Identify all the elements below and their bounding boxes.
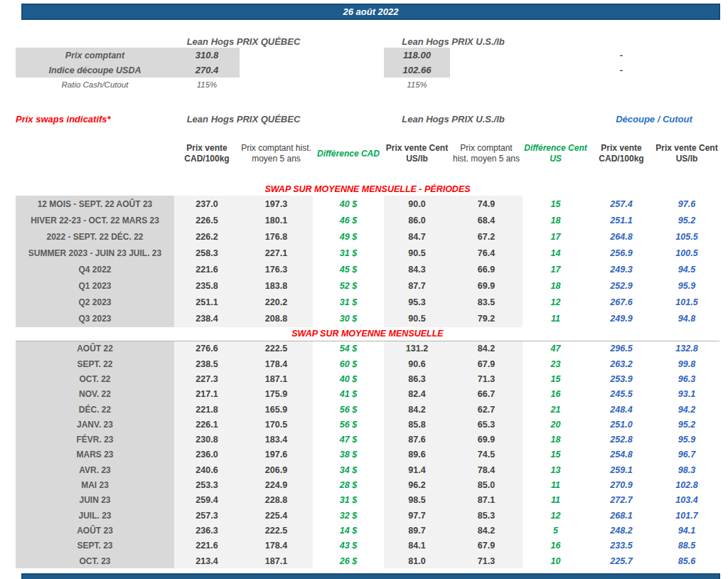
cell-diff-cad: 14 $ [313,523,384,538]
cell-diff-us: 14 [523,245,589,261]
cell-prix-vente-cad: 235.8 [174,277,240,294]
cell-cutout-cad: 251.1 [589,212,654,228]
cell-cutout-cad: 296.5 [589,341,654,356]
cell-prix-vente-cad: 236.3 [174,523,240,538]
cell-hist-us: 79.2 [450,311,523,327]
cell-hist-us: 71.3 [450,553,523,568]
cell-prix-vente-cad: 238.4 [174,311,240,327]
cell-prix-vente-us: 86.0 [384,212,450,228]
cell-cutout-us: 95.9 [654,277,719,294]
section-rows: AOÛT 22276.6222.554 $131.284.247296.5132… [16,341,719,568]
cell-cutout-us: 85.6 [654,553,719,568]
swaps-us-header: Lean Hogs PRIX U.S./lb [384,112,523,125]
cell-prix-vente-us: 97.7 [384,508,450,523]
cell-diff-us: 15 [523,447,589,462]
row-label: NOV. 22 [16,387,174,402]
cell-diff-us: 47 [523,341,589,356]
cell-hist-us: 71.3 [450,371,523,386]
cell-cutout-us: 93.1 [654,387,719,402]
cell-diff-us: 15 [523,371,589,386]
cell-hist-cad: 220.2 [240,294,313,311]
cell-hist-cad: 176.8 [240,228,313,245]
cell-prix-vente-us: 98.5 [384,493,450,508]
cell-cutout-cad: 254.8 [589,447,654,462]
cell-cutout-cad: 263.2 [589,356,654,371]
cell-prix-vente-us: 90.5 [384,245,450,261]
colhead-hist-cad: Prix comptant hist. moyen 5 ans [240,131,313,176]
ratio-us-value: 115% [384,78,450,91]
cell-diff-cad: 56 $ [313,417,384,432]
cell-diff-us: 18 [523,432,589,447]
row-label: FÉVR. 23 [16,432,174,447]
cell-hist-cad: 224.9 [240,477,313,492]
cell-cutout-cad: 245.5 [589,387,654,402]
cell-diff-us: 12 [523,508,589,523]
cell-hist-cad: 197.6 [240,447,313,462]
cell-cutout-cad: 252.9 [589,277,654,294]
row-label: SUMMER 2023 - JUIN 23 JUIL. 23 [16,245,174,261]
cell-prix-vente-us: 84.7 [384,228,450,245]
cell-cutout-us: 96.3 [654,371,719,386]
cell-diff-cad: 56 $ [313,402,384,417]
row-label: AOÛT 23 [16,523,174,538]
cell-cutout-us: 94.5 [654,261,719,277]
row-label: JUIN 23 [16,493,174,508]
row-label: Q1 2023 [16,277,174,294]
swap-section: SWAP SUR MOYENNE MENSUELLEAOÛT 22276.622… [0,327,728,568]
cell-diff-cad: 54 $ [313,341,384,356]
cell-diff-us: 13 [523,462,589,477]
cell-diff-cad: 38 $ [313,447,384,462]
cell-prix-vente-cad: 221.6 [174,261,240,277]
cell-prix-vente-cad: 258.3 [174,245,240,261]
cell-diff-cad: 41 $ [313,387,384,402]
cell-prix-vente-us: 84.2 [384,402,450,417]
cell-hist-us: 67.9 [450,356,523,371]
cell-hist-cad: 180.1 [240,212,313,228]
spot-quebec-value: 310.8 [174,48,240,63]
cell-diff-cad: 32 $ [313,508,384,523]
cell-prix-vente-us: 86.3 [384,371,450,386]
cell-cutout-us: 100.5 [654,245,719,261]
row-label: DÉC. 22 [16,402,174,417]
cell-diff-cad: 47 $ [313,432,384,447]
cell-diff-us: 21 [523,402,589,417]
row-label: 2022 - SEPT. 22 DÉC. 22 [16,228,174,245]
cell-hist-cad: 228.8 [240,493,313,508]
ratio-label: Ratio Cash/Cutout [16,78,174,91]
cell-hist-us: 84.2 [450,523,523,538]
cell-diff-cad: 49 $ [313,228,384,245]
cell-prix-vente-cad: 251.1 [174,294,240,311]
row-label: HIVER 22-23 - OCT. 22 MARS 23 [16,212,174,228]
cell-prix-vente-cad: 226.1 [174,417,240,432]
cell-cutout-us: 95.2 [654,212,719,228]
spot-row-label: Indice découpe USDA [16,63,174,78]
section-title: SWAP SUR MOYENNE MENSUELLE [16,327,719,341]
cell-hist-us: 85.0 [450,477,523,492]
cell-diff-us: 16 [523,387,589,402]
spot-price-section: Lean Hogs PRIX QUÉBEC Lean Hogs PRIX U.S… [16,35,719,91]
cell-hist-cad: 178.4 [240,538,313,553]
cell-prix-vente-cad: 217.1 [174,387,240,402]
cell-prix-vente-us: 95.3 [384,294,450,311]
cell-hist-us: 62.7 [450,402,523,417]
section-rows: 12 MOIS - SEPT. 22 AOÛT 23237.0197.340 $… [16,196,719,327]
swap-sections: SWAP SUR MOYENNE MENSUELLE - PÉRIODES12 … [0,182,728,568]
swaps-title: Prix swaps indicatifs* [16,112,174,125]
cell-hist-us: 76.4 [450,245,523,261]
colhead-difference-cad: Différence CAD [313,131,384,176]
cell-hist-us: 87.1 [450,493,523,508]
cell-prix-vente-cad: 276.6 [174,341,240,356]
row-label: Q3 2023 [16,311,174,327]
cell-diff-cad: 52 $ [313,277,384,294]
cell-hist-us: 67.2 [450,228,523,245]
cell-diff-us: 18 [523,212,589,228]
cell-cutout-cad: 225.7 [589,553,654,568]
swaps-cutout-header: Découpe / Cutout [589,112,719,125]
colhead-prix-vente-cad: Prix vente CAD/100kg [174,131,240,176]
spot-quebec-value: 270.4 [174,63,240,78]
cell-cutout-cad: 264.8 [589,228,654,245]
cell-hist-cad: 170.5 [240,417,313,432]
cell-cutout-cad: 233.5 [589,538,654,553]
cell-cutout-us: 94.1 [654,523,719,538]
cell-prix-vente-us: 96.2 [384,477,450,492]
